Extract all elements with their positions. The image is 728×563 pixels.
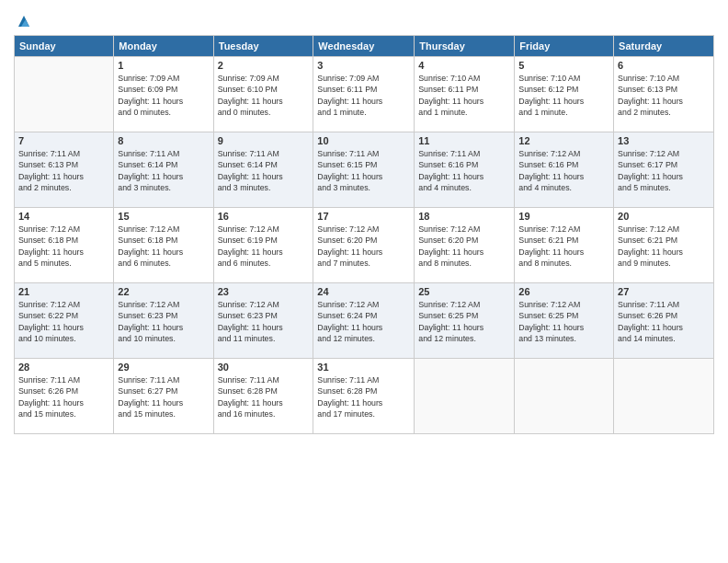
day-number: 21 (18, 286, 109, 297)
day-info: Sunrise: 7:11 AM Sunset: 6:16 PM Dayligh… (418, 148, 510, 193)
day-info: Sunrise: 7:10 AM Sunset: 6:13 PM Dayligh… (618, 73, 710, 118)
calendar-week-row: 14Sunrise: 7:12 AM Sunset: 6:18 PM Dayli… (15, 208, 714, 283)
calendar-cell: 16Sunrise: 7:12 AM Sunset: 6:19 PM Dayli… (213, 208, 313, 283)
calendar-cell: 11Sunrise: 7:11 AM Sunset: 6:16 PM Dayli… (415, 132, 515, 208)
calendar-cell: 3Sunrise: 7:09 AM Sunset: 6:11 PM Daylig… (313, 57, 415, 132)
calendar-cell: 13Sunrise: 7:12 AM Sunset: 6:17 PM Dayli… (614, 132, 714, 208)
calendar-cell: 5Sunrise: 7:10 AM Sunset: 6:12 PM Daylig… (515, 57, 614, 132)
day-info: Sunrise: 7:12 AM Sunset: 6:18 PM Dayligh… (18, 224, 109, 269)
day-number: 6 (618, 60, 710, 71)
day-info: Sunrise: 7:11 AM Sunset: 6:26 PM Dayligh… (18, 374, 109, 419)
header-day-saturday: Saturday (614, 36, 714, 57)
day-info: Sunrise: 7:09 AM Sunset: 6:10 PM Dayligh… (218, 73, 310, 118)
page: SundayMondayTuesdayWednesdayThursdayFrid… (0, 0, 728, 563)
day-number: 28 (18, 362, 109, 373)
day-info: Sunrise: 7:11 AM Sunset: 6:14 PM Dayligh… (118, 148, 209, 193)
calendar-cell: 25Sunrise: 7:12 AM Sunset: 6:25 PM Dayli… (415, 283, 515, 359)
logo-icon (16, 13, 32, 29)
day-info: Sunrise: 7:12 AM Sunset: 6:19 PM Dayligh… (218, 224, 310, 269)
calendar-body: 1Sunrise: 7:09 AM Sunset: 6:09 PM Daylig… (15, 57, 714, 434)
day-number: 3 (317, 60, 410, 71)
day-info: Sunrise: 7:12 AM Sunset: 6:17 PM Dayligh… (618, 148, 710, 193)
calendar-cell: 18Sunrise: 7:12 AM Sunset: 6:20 PM Dayli… (415, 208, 515, 283)
header-day-monday: Monday (114, 36, 213, 57)
day-info: Sunrise: 7:12 AM Sunset: 6:20 PM Dayligh… (317, 224, 410, 269)
calendar-cell: 9Sunrise: 7:11 AM Sunset: 6:14 PM Daylig… (213, 132, 313, 208)
calendar-cell: 10Sunrise: 7:11 AM Sunset: 6:15 PM Dayli… (313, 132, 415, 208)
day-info: Sunrise: 7:12 AM Sunset: 6:23 PM Dayligh… (118, 299, 209, 344)
day-number: 23 (218, 286, 310, 297)
day-number: 27 (618, 286, 710, 297)
day-number: 30 (218, 362, 310, 373)
calendar-cell: 23Sunrise: 7:12 AM Sunset: 6:23 PM Dayli… (213, 283, 313, 359)
day-number: 7 (18, 135, 109, 146)
calendar-cell: 4Sunrise: 7:10 AM Sunset: 6:11 PM Daylig… (415, 57, 515, 132)
day-info: Sunrise: 7:11 AM Sunset: 6:14 PM Dayligh… (218, 148, 310, 193)
calendar-week-row: 7Sunrise: 7:11 AM Sunset: 6:13 PM Daylig… (15, 132, 714, 208)
header-day-tuesday: Tuesday (213, 36, 313, 57)
day-info: Sunrise: 7:11 AM Sunset: 6:26 PM Dayligh… (618, 299, 710, 344)
calendar-cell: 26Sunrise: 7:12 AM Sunset: 6:25 PM Dayli… (515, 283, 614, 359)
calendar-cell: 2Sunrise: 7:09 AM Sunset: 6:10 PM Daylig… (213, 57, 313, 132)
day-number: 13 (618, 135, 710, 146)
day-number: 20 (618, 211, 710, 222)
calendar-cell: 29Sunrise: 7:11 AM Sunset: 6:27 PM Dayli… (114, 359, 213, 434)
day-number: 29 (118, 362, 209, 373)
header-day-friday: Friday (515, 36, 614, 57)
calendar-cell (614, 359, 714, 434)
calendar-cell (415, 359, 515, 434)
day-number: 18 (418, 211, 510, 222)
calendar-week-row: 21Sunrise: 7:12 AM Sunset: 6:22 PM Dayli… (15, 283, 714, 359)
day-number: 15 (118, 211, 209, 222)
day-number: 14 (18, 211, 109, 222)
day-info: Sunrise: 7:11 AM Sunset: 6:28 PM Dayligh… (317, 374, 410, 419)
calendar-cell: 30Sunrise: 7:11 AM Sunset: 6:28 PM Dayli… (213, 359, 313, 434)
day-info: Sunrise: 7:12 AM Sunset: 6:18 PM Dayligh… (118, 224, 209, 269)
day-number: 9 (218, 135, 310, 146)
calendar-cell: 15Sunrise: 7:12 AM Sunset: 6:18 PM Dayli… (114, 208, 213, 283)
calendar-cell: 20Sunrise: 7:12 AM Sunset: 6:21 PM Dayli… (614, 208, 714, 283)
calendar-cell: 24Sunrise: 7:12 AM Sunset: 6:24 PM Dayli… (313, 283, 415, 359)
calendar-cell: 6Sunrise: 7:10 AM Sunset: 6:13 PM Daylig… (614, 57, 714, 132)
day-number: 17 (317, 211, 410, 222)
day-info: Sunrise: 7:11 AM Sunset: 6:13 PM Dayligh… (18, 148, 109, 193)
calendar-cell: 19Sunrise: 7:12 AM Sunset: 6:21 PM Dayli… (515, 208, 614, 283)
day-number: 25 (418, 286, 510, 297)
day-number: 2 (218, 60, 310, 71)
calendar-cell (15, 57, 114, 132)
day-number: 19 (518, 211, 609, 222)
day-number: 31 (317, 362, 410, 373)
calendar-cell: 27Sunrise: 7:11 AM Sunset: 6:26 PM Dayli… (614, 283, 714, 359)
day-info: Sunrise: 7:11 AM Sunset: 6:28 PM Dayligh… (218, 374, 310, 419)
day-info: Sunrise: 7:11 AM Sunset: 6:27 PM Dayligh… (118, 374, 209, 419)
day-number: 8 (118, 135, 209, 146)
calendar-header-row: SundayMondayTuesdayWednesdayThursdayFrid… (15, 36, 714, 57)
calendar-cell: 7Sunrise: 7:11 AM Sunset: 6:13 PM Daylig… (15, 132, 114, 208)
header (14, 9, 714, 29)
calendar-cell: 14Sunrise: 7:12 AM Sunset: 6:18 PM Dayli… (15, 208, 114, 283)
day-info: Sunrise: 7:11 AM Sunset: 6:15 PM Dayligh… (317, 148, 410, 193)
day-number: 12 (518, 135, 609, 146)
day-number: 26 (518, 286, 609, 297)
day-number: 10 (317, 135, 410, 146)
day-info: Sunrise: 7:09 AM Sunset: 6:09 PM Dayligh… (118, 73, 209, 118)
day-info: Sunrise: 7:12 AM Sunset: 6:25 PM Dayligh… (518, 299, 609, 344)
day-info: Sunrise: 7:09 AM Sunset: 6:11 PM Dayligh… (317, 73, 410, 118)
day-info: Sunrise: 7:12 AM Sunset: 6:21 PM Dayligh… (618, 224, 710, 269)
day-info: Sunrise: 7:12 AM Sunset: 6:21 PM Dayligh… (518, 224, 609, 269)
day-info: Sunrise: 7:12 AM Sunset: 6:22 PM Dayligh… (18, 299, 109, 344)
header-day-thursday: Thursday (415, 36, 515, 57)
logo (14, 13, 32, 29)
day-number: 5 (518, 60, 609, 71)
day-number: 11 (418, 135, 510, 146)
day-number: 16 (218, 211, 310, 222)
day-info: Sunrise: 7:12 AM Sunset: 6:23 PM Dayligh… (218, 299, 310, 344)
day-info: Sunrise: 7:12 AM Sunset: 6:24 PM Dayligh… (317, 299, 410, 344)
day-number: 4 (418, 60, 510, 71)
calendar-cell: 28Sunrise: 7:11 AM Sunset: 6:26 PM Dayli… (15, 359, 114, 434)
calendar-cell: 31Sunrise: 7:11 AM Sunset: 6:28 PM Dayli… (313, 359, 415, 434)
calendar-cell: 8Sunrise: 7:11 AM Sunset: 6:14 PM Daylig… (114, 132, 213, 208)
day-number: 22 (118, 286, 209, 297)
day-info: Sunrise: 7:12 AM Sunset: 6:25 PM Dayligh… (418, 299, 510, 344)
calendar-cell (515, 359, 614, 434)
